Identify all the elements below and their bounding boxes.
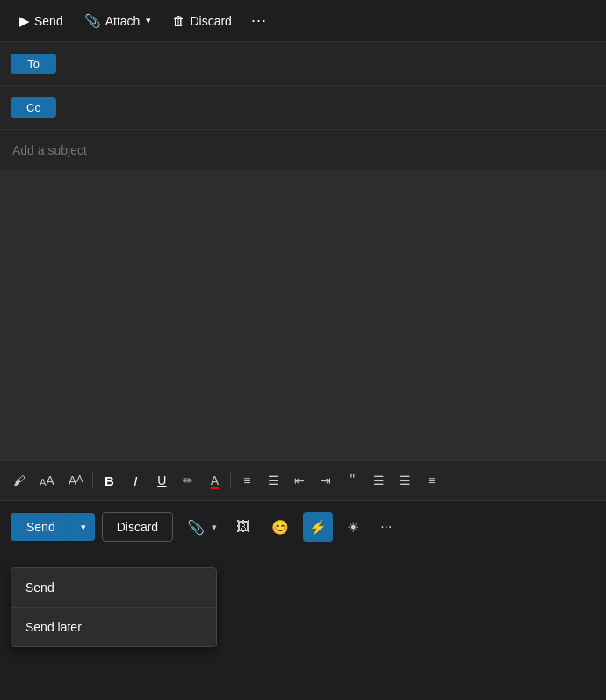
- quote-icon: ": [350, 473, 356, 488]
- more-dots-icon: ···: [380, 519, 392, 535]
- attach-button-bottom[interactable]: 📎: [180, 514, 210, 541]
- list-icon: ☰: [268, 473, 279, 487]
- indent-button[interactable]: ⇥: [314, 468, 338, 493]
- bold-button[interactable]: B: [97, 468, 121, 493]
- send-label: Send: [34, 14, 63, 28]
- attach-dropdown-button[interactable]: ▾: [210, 516, 222, 538]
- discard-label: Discard: [190, 14, 231, 28]
- outdent-icon: ⇤: [294, 473, 305, 487]
- font-color-button[interactable]: A: [202, 468, 227, 493]
- quote-button[interactable]: ": [340, 468, 364, 493]
- lightning-icon: ⚡: [309, 519, 327, 536]
- dropdown-send-later-item[interactable]: Send later: [11, 607, 216, 646]
- justify-center-icon: ☰: [373, 473, 385, 487]
- underline-button[interactable]: U: [149, 468, 174, 493]
- send-dropdown-menu: Send Send later: [11, 567, 217, 647]
- outdent-button[interactable]: ⇤: [287, 468, 312, 493]
- discard-button-top[interactable]: 🗑 Discard: [163, 8, 240, 33]
- paint-icon: 🖌: [13, 473, 25, 487]
- fmt-sep-2: [230, 472, 231, 489]
- bottom-bar: Send ▾ Discard 📎 ▾ 🖼 😊 ⚡ ☀ ···: [0, 501, 606, 553]
- send-button-top[interactable]: ▶ Send: [11, 8, 72, 34]
- justify-center-button[interactable]: ☰: [366, 468, 391, 493]
- font-color-icon: A: [211, 473, 219, 487]
- justify-right-icon: ☰: [400, 473, 411, 487]
- send-dropdown-button[interactable]: ▾: [72, 513, 95, 541]
- font-increase-icon: AA: [69, 473, 83, 487]
- more-format-button[interactable]: ≡: [419, 468, 444, 493]
- font-decrease-icon: AA: [40, 473, 54, 487]
- dropdown-send-item[interactable]: Send: [11, 568, 216, 607]
- attach-chevron-down-icon: ▾: [212, 522, 217, 533]
- highlight-icon: ✏: [183, 473, 193, 487]
- emoji-icon: 😊: [271, 519, 289, 536]
- email-body[interactable]: [0, 170, 606, 460]
- more-format-icon: ≡: [428, 473, 435, 487]
- top-toolbar: ▶ Send 📎 Attach ▾ 🗑 Discard ···: [0, 0, 606, 42]
- indent-icon: ⇥: [321, 473, 331, 487]
- send-group: Send ▾: [11, 513, 95, 541]
- attach-icon: 📎: [84, 13, 101, 29]
- image-icon: 🖼: [236, 519, 250, 535]
- send-chevron-icon: ▾: [81, 522, 86, 532]
- fmt-sep-1: [92, 472, 93, 489]
- format-toolbar: 🖌 AA AA B I U ✏ A ≡ ☰ ⇤ ⇥ " ☰ ☰ ≡: [0, 460, 606, 501]
- emoji-button[interactable]: 😊: [264, 514, 296, 541]
- trash-icon: 🗑: [172, 13, 185, 28]
- sun-button[interactable]: ☀: [340, 514, 366, 541]
- subject-row: [0, 130, 606, 170]
- bold-icon: B: [105, 473, 114, 488]
- cc-button[interactable]: Cc: [11, 97, 56, 118]
- paint-format-button[interactable]: 🖌: [7, 468, 32, 493]
- font-decrease-button[interactable]: AA: [33, 468, 61, 493]
- send-main-button[interactable]: Send: [11, 513, 72, 541]
- justify-right-button[interactable]: ☰: [393, 468, 417, 493]
- align-left-button[interactable]: ≡: [234, 468, 259, 493]
- highlight-button[interactable]: ✏: [176, 468, 200, 493]
- more-button-top[interactable]: ···: [244, 8, 274, 33]
- italic-button[interactable]: I: [123, 468, 148, 493]
- underline-icon: U: [157, 473, 166, 487]
- attach-chevron-icon: ▾: [146, 15, 151, 26]
- cc-field-row: Cc: [0, 86, 606, 130]
- paperclip-icon: 📎: [187, 519, 205, 536]
- attach-button-top[interactable]: 📎 Attach ▾: [76, 8, 161, 34]
- font-increase-button[interactable]: AA: [62, 468, 90, 493]
- lightning-button[interactable]: ⚡: [303, 512, 333, 542]
- attach-group: 📎 ▾: [180, 514, 222, 541]
- to-field-row: To: [0, 42, 606, 86]
- fields-area: To Cc: [0, 42, 606, 170]
- more-button-bottom[interactable]: ···: [373, 514, 399, 540]
- cc-input[interactable]: [56, 94, 595, 122]
- to-input[interactable]: [56, 50, 595, 78]
- subject-input[interactable]: [12, 143, 594, 157]
- image-button[interactable]: 🖼: [229, 514, 257, 540]
- italic-icon: I: [133, 473, 137, 488]
- attach-label: Attach: [105, 14, 141, 28]
- align-left-icon: ≡: [243, 473, 250, 487]
- discard-button-bottom[interactable]: Discard: [102, 512, 173, 542]
- send-icon: ▶: [19, 13, 30, 29]
- to-button[interactable]: To: [11, 54, 56, 74]
- sun-icon: ☀: [347, 519, 359, 536]
- list-button[interactable]: ☰: [261, 468, 285, 493]
